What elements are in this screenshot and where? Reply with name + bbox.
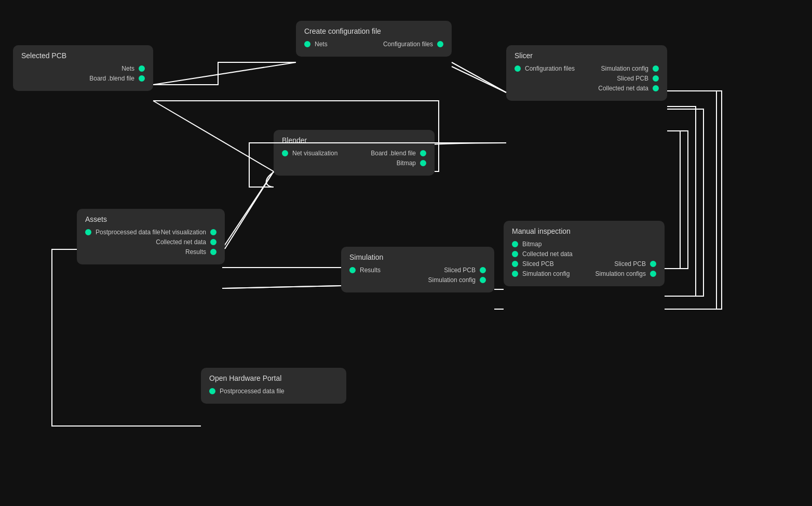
slicer-config-in-dot [515,65,521,72]
create-config-title: Create configuration file [304,27,443,35]
simulation-results-in-dot [349,267,356,273]
assets-results-dot [210,249,216,255]
create-config-node: Create configuration file Nets Configura… [296,21,452,57]
create-config-files-port: Configuration files [383,41,443,48]
manual-inspection-node: Manual inspection Bitmap Collected net d… [504,221,665,286]
manual-sim-config-in-port: Simulation config [512,270,570,277]
simulation-node: Simulation Results Sliced PCB Simulation… [341,247,494,292]
simulation-sim-config-port: Simulation config [349,276,486,284]
blender-board-blend-port: Board .blend file [371,150,426,157]
assets-results-port: Results [85,248,216,256]
slicer-collected-net-port: Collected net data [515,85,659,92]
assets-collected-net-port: Collected net data [85,238,216,246]
simulation-title: Simulation [349,253,486,261]
selected-pcb-nets-dot [139,65,145,72]
manual-collected-net-in-port: Collected net data [512,250,573,258]
slicer-sim-config-port: Simulation config [601,65,659,72]
slicer-title: Slicer [515,51,659,60]
open-hardware-postprocessed-dot [209,388,215,394]
assets-postprocessed-in-port: Postprocessed data file [85,229,160,236]
manual-sliced-pcb-in-port: Sliced PCB [512,260,554,268]
blender-node: Blender Net visualization Board .blend f… [274,130,435,176]
manual-sliced-pcb-in-dot [512,261,518,267]
simulation-sliced-pcb-dot [480,267,486,273]
selected-pcb-title: Selected PCB [21,51,145,60]
blender-net-vis-port: Net visualization [282,150,337,157]
blender-bitmap-dot [420,160,426,166]
selected-pcb-board-port: Board .blend file [21,75,145,82]
open-hardware-title: Open Hardware Portal [209,374,338,382]
selected-pcb-node: Selected PCB Nets Board .blend file [13,45,153,91]
assets-net-vis-out-port: Net visualization [161,229,216,236]
blender-title: Blender [282,136,426,144]
open-hardware-node: Open Hardware Portal Postprocessed data … [201,368,346,404]
selected-pcb-nets-port: Nets [21,65,145,72]
manual-bitmap-in-port: Bitmap [512,241,542,248]
simulation-sim-config-dot [480,277,486,283]
manual-bitmap-in-dot [512,241,518,247]
manual-sim-configs-port: Simulation configs [596,270,656,277]
manual-sliced-pcb-right-port: Sliced PCB [614,260,656,268]
assets-title: Assets [85,215,216,223]
assets-collected-net-dot [210,239,216,245]
create-config-nets-port: Nets [304,41,328,48]
simulation-results-in-port: Results [349,267,381,274]
manual-collected-net-in-dot [512,251,518,257]
slicer-config-in-port: Configuration files [515,65,575,72]
manual-inspection-title: Manual inspection [512,227,656,235]
create-config-nets-dot [304,41,310,47]
slicer-collected-net-dot [653,85,659,91]
slicer-sliced-pcb-dot [653,75,659,82]
blender-board-blend-dot [420,150,426,156]
manual-sliced-pcb-right-dot [650,261,656,267]
manual-sim-configs-dot [650,271,656,277]
simulation-sliced-pcb-port: Sliced PCB [444,267,486,274]
open-hardware-postprocessed-port: Postprocessed data file [209,388,338,395]
create-config-files-dot [437,41,443,47]
assets-node: Assets Postprocessed data file Net visua… [77,209,225,264]
assets-postprocessed-in-dot [85,229,91,235]
blender-net-vis-dot [282,150,288,156]
slicer-sliced-pcb-port: Sliced PCB [515,75,659,82]
slicer-sim-config-dot [653,65,659,72]
blender-bitmap-port: Bitmap [397,159,426,167]
manual-sim-config-in-dot [512,271,518,277]
selected-pcb-board-dot [139,75,145,82]
assets-net-vis-out-dot [210,229,216,235]
slicer-node: Slicer Configuration files Simulation co… [506,45,667,101]
